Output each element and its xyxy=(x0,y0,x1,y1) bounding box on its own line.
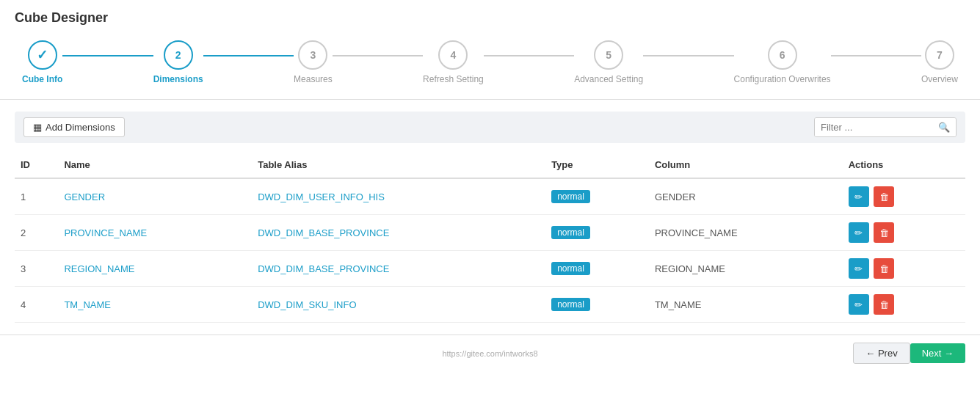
footer: https://gitee.com/intworks8 ← Prev Next … xyxy=(0,335,980,373)
cell-alias: DWD_DIM_USER_INFO_HIS xyxy=(252,178,545,215)
step-5-number: 5 xyxy=(606,49,611,61)
step-line-3-4 xyxy=(333,55,423,56)
dimensions-table: ID Name Table Alias Type Column Actions … xyxy=(15,152,965,323)
table-row: 2 PROVINCE_NAME DWD_DIM_BASE_PROVINCE no… xyxy=(15,215,965,251)
cell-id: 1 xyxy=(15,178,58,215)
step-7-number: 7 xyxy=(937,49,943,61)
prev-button[interactable]: ← Prev xyxy=(853,343,910,364)
step-3[interactable]: 3 Measures xyxy=(294,40,333,84)
step-7[interactable]: 7 Overview xyxy=(921,40,958,84)
step-7-circle: 7 xyxy=(925,40,954,70)
toolbar: ▦ Add Dimensions 🔍 xyxy=(15,112,965,143)
step-1[interactable]: ✓ Cube Info xyxy=(22,40,62,84)
table-header-row: ID Name Table Alias Type Column Actions xyxy=(15,152,965,178)
delete-button[interactable]: 🗑 xyxy=(874,186,894,207)
step-7-label: Overview xyxy=(921,74,958,84)
cell-id: 3 xyxy=(15,251,58,287)
cell-name: GENDER xyxy=(58,178,252,215)
col-header-id: ID xyxy=(15,152,58,178)
cell-actions: ✏ 🗑 xyxy=(843,215,965,251)
content-area: ▦ Add Dimensions 🔍 ID Name Table Alias T… xyxy=(0,100,980,335)
step-4-label: Refresh Setting xyxy=(423,74,484,84)
cell-type: normal xyxy=(545,178,649,215)
footer-url: https://gitee.com/intworks8 xyxy=(442,349,537,358)
cell-actions: ✏ 🗑 xyxy=(843,178,965,215)
table-icon: ▦ xyxy=(33,122,42,133)
filter-input[interactable] xyxy=(815,118,932,136)
step-4-circle: 4 xyxy=(438,40,468,70)
cell-column: GENDER xyxy=(649,178,843,215)
table-row: 4 TM_NAME DWD_DIM_SKU_INFO normal TM_NAM… xyxy=(15,287,965,323)
table-row: 1 GENDER DWD_DIM_USER_INFO_HIS normal GE… xyxy=(15,178,965,215)
step-line-2-3 xyxy=(203,55,294,56)
step-5-label: Advanced Setting xyxy=(574,74,643,84)
cell-type: normal xyxy=(545,215,649,251)
edit-button[interactable]: ✏ xyxy=(849,186,869,207)
cell-id: 2 xyxy=(15,215,58,251)
cell-name: PROVINCE_NAME xyxy=(58,215,252,251)
col-header-name: Name xyxy=(58,152,252,178)
add-dimensions-label: Add Dimensions xyxy=(46,122,115,133)
step-line-1-2 xyxy=(62,55,153,56)
stepper: ✓ Cube Info 2 Dimensions 3 Measures 4 Re… xyxy=(0,33,980,100)
step-line-5-6 xyxy=(643,55,733,56)
col-header-type: Type xyxy=(545,152,649,178)
cell-alias: DWD_DIM_BASE_PROVINCE xyxy=(252,215,545,251)
type-badge: normal xyxy=(551,226,590,239)
add-dimensions-button[interactable]: ▦ Add Dimensions xyxy=(23,117,125,137)
type-badge: normal xyxy=(551,298,590,311)
cell-type: normal xyxy=(545,251,649,287)
cell-type: normal xyxy=(545,287,649,323)
step-line-6-7 xyxy=(831,55,921,56)
cell-name: REGION_NAME xyxy=(58,251,252,287)
step-3-number: 3 xyxy=(310,49,316,61)
cell-name: TM_NAME xyxy=(58,287,252,323)
step-1-label: Cube Info xyxy=(22,74,62,84)
search-icon: 🔍 xyxy=(932,118,956,136)
type-badge: normal xyxy=(551,262,590,275)
step-1-circle: ✓ xyxy=(28,40,57,70)
filter-container: 🔍 xyxy=(814,117,957,137)
cell-column: PROVINCE_NAME xyxy=(649,215,843,251)
step-6-label: Configuration Overwrites xyxy=(734,74,831,84)
cell-actions: ✏ 🗑 xyxy=(843,287,965,323)
step-2-circle: 2 xyxy=(164,40,193,70)
col-header-column: Column xyxy=(649,152,843,178)
edit-button[interactable]: ✏ xyxy=(849,222,869,243)
step-4[interactable]: 4 Refresh Setting xyxy=(423,40,484,84)
page-title: Cube Designer xyxy=(0,0,980,33)
step-3-label: Measures xyxy=(294,74,333,84)
step-5-circle: 5 xyxy=(594,40,623,70)
cell-alias: DWD_DIM_BASE_PROVINCE xyxy=(252,251,545,287)
delete-button[interactable]: 🗑 xyxy=(874,222,894,243)
step-3-circle: 3 xyxy=(298,40,327,70)
delete-button[interactable]: 🗑 xyxy=(874,258,894,279)
edit-button[interactable]: ✏ xyxy=(849,258,869,279)
step-4-number: 4 xyxy=(451,49,457,61)
cell-column: REGION_NAME xyxy=(649,251,843,287)
step-2-label: Dimensions xyxy=(153,74,203,84)
step-6-number: 6 xyxy=(780,49,785,61)
step-2-number: 2 xyxy=(175,49,181,61)
table-row: 3 REGION_NAME DWD_DIM_BASE_PROVINCE norm… xyxy=(15,251,965,287)
step-6-circle: 6 xyxy=(768,40,797,70)
col-header-actions: Actions xyxy=(843,152,965,178)
step-2[interactable]: 2 Dimensions xyxy=(153,40,203,84)
step-5[interactable]: 5 Advanced Setting xyxy=(574,40,643,84)
cell-column: TM_NAME xyxy=(649,287,843,323)
step-line-4-5 xyxy=(484,55,574,56)
cell-alias: DWD_DIM_SKU_INFO xyxy=(252,287,545,323)
type-badge: normal xyxy=(551,190,590,203)
cell-id: 4 xyxy=(15,287,58,323)
delete-button[interactable]: 🗑 xyxy=(874,294,894,315)
next-button[interactable]: Next → xyxy=(910,343,965,363)
col-header-alias: Table Alias xyxy=(252,152,545,178)
edit-button[interactable]: ✏ xyxy=(849,294,869,315)
cell-actions: ✏ 🗑 xyxy=(843,251,965,287)
step-6[interactable]: 6 Configuration Overwrites xyxy=(734,40,831,84)
check-icon: ✓ xyxy=(37,47,48,63)
